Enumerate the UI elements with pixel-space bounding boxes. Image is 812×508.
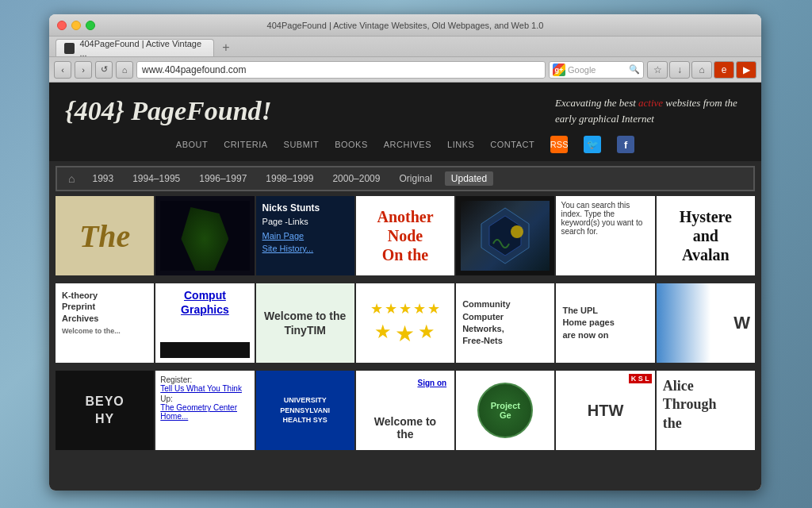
toolbar-icons: ☆ ↓ ⌂ e ▶	[647, 61, 756, 79]
3d-svg	[473, 204, 537, 267]
extensions-icon[interactable]: e	[714, 61, 734, 79]
nav-contact[interactable]: CONTACT	[490, 140, 534, 149]
traffic-lights	[57, 21, 95, 30]
maximize-button[interactable]	[86, 21, 95, 30]
google-icon: g+	[553, 64, 565, 76]
back-button[interactable]: ‹	[54, 61, 71, 79]
community-text: CommunityComputerNetworks,Free-Nets	[462, 298, 511, 348]
nicks-links-label: Page -Links	[262, 217, 308, 226]
grid-item-upl[interactable]: The UPLHome pagesare now on	[556, 283, 654, 363]
grid-row-1: The Nicks Stunts Page -Links Main Page S…	[49, 196, 761, 282]
nav-links[interactable]: LINKS	[447, 140, 474, 149]
close-button[interactable]	[57, 21, 67, 30]
grid-row-3: BEYOHY Register: Tell Us What You Think …	[49, 371, 761, 456]
filter-bar: ⌂ 1993 1994–1995 1996–1997 1998–1999 200…	[56, 166, 755, 191]
comput-text: ComputGraphics	[181, 288, 229, 317]
browser-tab[interactable]: 404PageFound | Active Vintage ...	[56, 39, 214, 56]
grid-item-blue-partial[interactable]: W	[657, 283, 755, 363]
upl-text: The UPLHome pagesare now on	[562, 305, 614, 341]
grid-item-welcome2[interactable]: Sign on Welcome to the	[356, 371, 454, 450]
comput-black-bar	[160, 342, 249, 358]
welcome2-text: Welcome to the	[361, 415, 450, 445]
site-header: {404} PageFound! Excavating the best act…	[49, 83, 761, 133]
tell-us-link[interactable]: Tell Us What You Think	[160, 384, 242, 393]
grid-item-alice[interactable]: AliceThroughthe	[657, 371, 755, 450]
facebook-icon[interactable]: f	[617, 136, 634, 153]
signin-link[interactable]: Sign on	[414, 375, 450, 391]
grid-item-comput[interactable]: ComputGraphics	[155, 283, 254, 363]
3d-scene	[461, 201, 550, 271]
project-ge-circle: ProjectGe	[477, 383, 533, 438]
home-button[interactable]: ⌂	[116, 61, 133, 79]
grid-item-upenn[interactable]: UNIVERSITYPENNSYLVANIHEALTH SYS	[256, 371, 354, 450]
htw-badge: K S L	[629, 374, 652, 383]
browser-window: 404PageFound | Active Vintage Websites, …	[49, 14, 761, 491]
tab-label: 404PageFound | Active Vintage ...	[79, 39, 205, 58]
minimize-button[interactable]	[71, 21, 81, 30]
filter-tab-original[interactable]: Original	[393, 171, 438, 186]
downloads-icon[interactable]: ↓	[669, 61, 690, 79]
filter-tab-1994[interactable]: 1994–1995	[126, 171, 186, 186]
tab-favicon	[64, 43, 75, 54]
logo-pagefound: PageFound!	[131, 96, 272, 125]
site-logo: {404} PageFound!	[65, 96, 272, 126]
grid-item-project[interactable]: ProjectGe	[456, 371, 554, 450]
grid-item-3d[interactable]	[456, 196, 554, 275]
bookmarks-icon[interactable]: ☆	[647, 61, 668, 79]
filter-home-icon[interactable]: ⌂	[63, 171, 79, 187]
search-box[interactable]: g+ Google 🔍	[549, 61, 644, 79]
register-label: Register:	[160, 375, 192, 384]
url-input[interactable]: www.404pagefound.com	[136, 61, 546, 79]
search-text-content: You can search this index. Type the keyw…	[561, 201, 649, 236]
svg-point-2	[511, 225, 523, 238]
nav-archives[interactable]: ARCHIVES	[384, 140, 431, 149]
new-tab-button[interactable]: +	[217, 39, 235, 56]
rss-icon[interactable]: RSS	[550, 136, 568, 153]
grid-item-htw[interactable]: K S L HTW	[556, 371, 654, 450]
grid-item-ktheory[interactable]: K-theoryPreprintArchives Welcome to the.…	[56, 283, 154, 363]
grid-item-welcome-tiny[interactable]: Welcome to theTinyTIM	[256, 283, 354, 363]
welcome-tiny-text: Welcome to theTinyTIM	[264, 309, 346, 337]
forward-button[interactable]: ›	[75, 61, 92, 79]
grid-item-bey[interactable]: BEYOHY	[56, 371, 154, 450]
plant-shape	[181, 207, 228, 271]
grid-item-stars[interactable]: ★★★★★ ★★★	[356, 283, 454, 363]
filter-tab-1998[interactable]: 1998–1999	[259, 171, 320, 186]
nav-criteria[interactable]: CRITERIA	[224, 140, 267, 149]
url-bar: ‹ › ↺ ⌂ www.404pagefound.com g+ Google 🔍…	[49, 57, 761, 83]
grid-item-another[interactable]: AnotherNodeOn the	[356, 196, 454, 275]
menu-icon[interactable]: ▶	[736, 61, 756, 79]
geometry-link[interactable]: The Geometry Center Home...	[160, 403, 249, 421]
grid-item-register[interactable]: Register: Tell Us What You Think Up: The…	[155, 371, 254, 450]
grid-item-hystere[interactable]: HystereandAvalan	[657, 196, 755, 275]
reload-button[interactable]: ↺	[95, 61, 113, 79]
alice-text: AliceThroughthe	[663, 377, 717, 433]
ktheory-sub: Welcome to the...	[62, 327, 121, 335]
nicks-history-link[interactable]: Site History...	[262, 244, 314, 253]
url-text: www.404pagefound.com	[142, 64, 246, 75]
grid-item-dark-plants[interactable]	[155, 196, 254, 275]
search-placeholder: Google	[568, 65, 596, 75]
dark-plants-scene	[160, 201, 249, 271]
stars-row-2: ★★★	[374, 321, 435, 347]
another-node-text: AnotherNodeOn the	[377, 207, 433, 264]
nicks-main-page-link[interactable]: Main Page	[262, 231, 304, 241]
nav-about[interactable]: ABOUT	[176, 140, 208, 149]
filter-tab-1993[interactable]: 1993	[86, 171, 120, 186]
logo-404: 404	[75, 96, 115, 125]
filter-tab-1996[interactable]: 1996–1997	[193, 171, 253, 186]
history-icon[interactable]: ⌂	[691, 61, 712, 79]
ktheory-text: K-theoryPreprintArchives	[62, 290, 98, 324]
filter-tab-updated[interactable]: Updated	[445, 171, 493, 186]
grid-item-nicks[interactable]: Nicks Stunts Page -Links Main Page Site …	[256, 196, 354, 275]
grid-item-search[interactable]: You can search this index. Type the keyw…	[556, 196, 654, 275]
grid-item-the[interactable]: The	[56, 196, 154, 275]
grid-row-2: K-theoryPreprintArchives Welcome to the.…	[49, 283, 761, 369]
nav-submit[interactable]: SUBMIT	[284, 140, 320, 149]
bey-text: BEYOHY	[85, 393, 124, 429]
grid-item-community[interactable]: CommunityComputerNetworks,Free-Nets	[456, 283, 554, 363]
filter-tab-2000[interactable]: 2000–2009	[326, 171, 386, 186]
twitter-icon[interactable]: 🐦	[584, 136, 601, 153]
nav-books[interactable]: BOOKS	[335, 140, 368, 149]
tab-bar: 404PageFound | Active Vintage ... +	[49, 37, 761, 57]
